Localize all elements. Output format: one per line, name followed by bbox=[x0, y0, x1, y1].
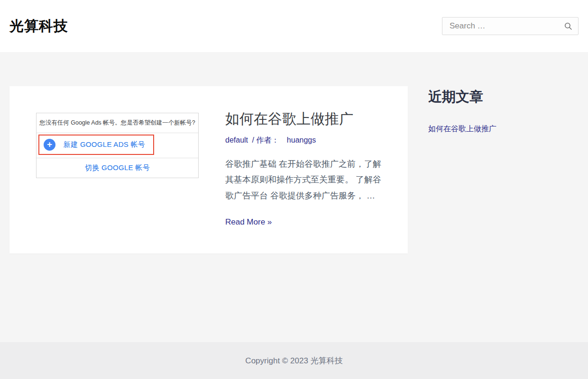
site-logo[interactable]: 光算科技 bbox=[9, 17, 68, 36]
dialog-prompt-text: 您没有任何 Google Ads 帐号。您是否希望创建一个新帐号? bbox=[37, 113, 198, 133]
search-button[interactable] bbox=[558, 18, 578, 35]
site-header: 光算科技 bbox=[0, 0, 588, 52]
switch-google-account-label: 切换 GOOGLE 帐号 bbox=[37, 158, 198, 178]
recent-posts-heading: 近期文章 bbox=[428, 88, 579, 107]
site-footer: Copyright © 2023 光算科技 bbox=[0, 342, 588, 379]
search-icon bbox=[564, 22, 573, 31]
recent-posts-list: 如何在谷歌上做推广 bbox=[428, 124, 579, 134]
search-form bbox=[442, 17, 579, 35]
google-ads-dialog-image: 您没有任何 Google Ads 帐号。您是否希望创建一个新帐号? + 新建 G… bbox=[36, 113, 199, 178]
meta-separator: / 作者： bbox=[252, 136, 279, 144]
post-excerpt: 谷歌推广基础 在开始谷歌推广之前，了解其基本原则和操作方式至关重要。 了解谷歌广… bbox=[225, 156, 381, 204]
post-meta: default / 作者： huanggs bbox=[225, 135, 381, 145]
author-link[interactable]: huanggs bbox=[287, 136, 316, 144]
read-more-link[interactable]: Read More » bbox=[225, 217, 272, 227]
category-link[interactable]: default bbox=[225, 136, 248, 144]
main-content: 您没有任何 Google Ads 帐号。您是否希望创建一个新帐号? + 新建 G… bbox=[0, 52, 588, 342]
dialog-new-account-row: + 新建 GOOGLE ADS 帐号 bbox=[37, 133, 198, 158]
list-item: 如何在谷歌上做推广 bbox=[428, 124, 579, 134]
copyright-text: Copyright © 2023 光算科技 bbox=[245, 355, 342, 366]
post-thumbnail-link[interactable]: 您没有任何 Google Ads 帐号。您是否希望创建一个新帐号? + 新建 G… bbox=[36, 113, 199, 227]
post-content: 如何在谷歌上做推广 default / 作者： huanggs 谷歌推广基础 在… bbox=[225, 113, 381, 227]
search-input[interactable] bbox=[442, 21, 558, 31]
new-google-ads-account-label: 新建 GOOGLE ADS 帐号 bbox=[55, 140, 153, 149]
page: 光算科技 您没有任何 Google Ads 帐号。您是否希望创建一个新帐号? bbox=[0, 0, 588, 379]
post-card: 您没有任何 Google Ads 帐号。您是否希望创建一个新帐号? + 新建 G… bbox=[9, 86, 408, 253]
post-title[interactable]: 如何在谷歌上做推广 bbox=[225, 111, 381, 127]
plus-icon: + bbox=[44, 139, 55, 151]
red-highlight-box: + 新建 GOOGLE ADS 帐号 bbox=[38, 135, 154, 155]
sidebar: 近期文章 如何在谷歌上做推广 bbox=[428, 86, 579, 134]
recent-post-link[interactable]: 如何在谷歌上做推广 bbox=[428, 125, 496, 133]
